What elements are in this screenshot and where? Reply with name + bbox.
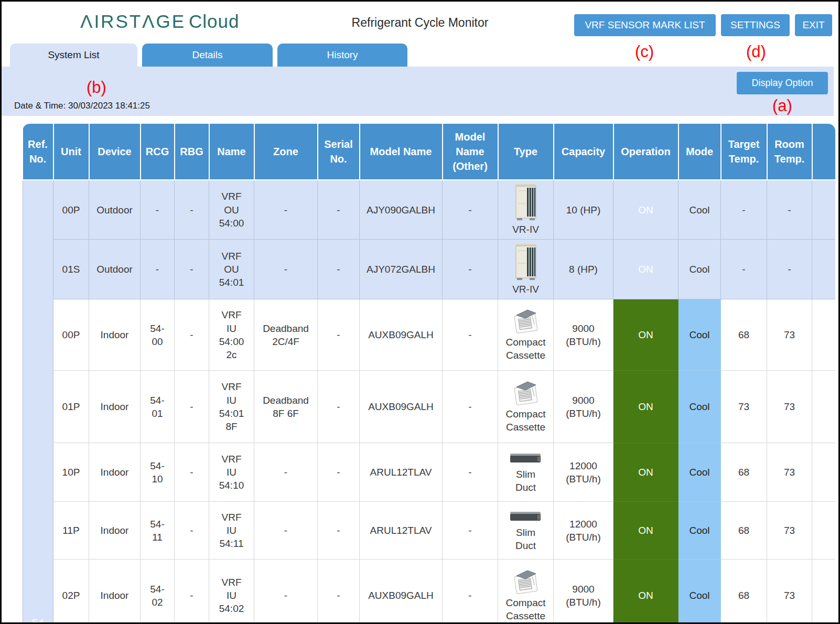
cell-type: VR-IV [498, 180, 554, 240]
cell-type: VR-IV [498, 240, 554, 299]
outdoor-vrf-icon [501, 243, 551, 281]
cell-device: Indoor [89, 560, 141, 624]
vrf-sensor-mark-list-button[interactable]: VRF SENSOR MARK LIST [574, 14, 716, 36]
cell-operation: ON [613, 502, 679, 560]
cell-rcg: 54-02 [141, 560, 175, 624]
cell-rcg: 54-10 [141, 443, 175, 502]
col-header-label: Unit [61, 146, 81, 157]
ref-no-group-cell: 54 [23, 180, 53, 624]
cell-serial: - [318, 299, 360, 371]
cell-device: Indoor [89, 299, 141, 371]
table-header-row: Ref. No.UnitDeviceRCGRBGNameZoneSerial N… [23, 124, 836, 180]
cell-operation: ON [613, 180, 679, 240]
col-header-rcg: RCG [141, 124, 175, 180]
cell-device: Indoor [89, 443, 141, 502]
cell-type: Compact Cassette [498, 299, 554, 371]
table-row-02P-indoor[interactable]: 02PIndoor54-02-VRF IU 54:02--AUXB09GALH-… [23, 560, 836, 624]
cell-device: Outdoor [89, 240, 141, 299]
cell-type: Slim Duct [498, 443, 554, 502]
col-header-label: Zone [273, 146, 298, 157]
col-header-label: Capacity [562, 146, 605, 157]
table-row-00P-indoor[interactable]: 00PIndoor54-00-VRF IU 54:00 2cDeadband 2… [23, 299, 836, 371]
col-header-label: Room Temp. [774, 138, 804, 165]
cell-zone: - [254, 443, 318, 502]
tab-history[interactable]: History [277, 44, 407, 67]
page-title: Refrigerant Cycle Monitor [352, 16, 489, 30]
annotation-a: (a) [772, 98, 792, 114]
cell-unit: 00P [53, 180, 89, 240]
compact-cassette-icon [501, 568, 551, 595]
cell-rcg: 54-00 [141, 299, 175, 371]
cell-operation: ON [613, 299, 679, 371]
cell-name: VRF IU 54:01 8F [209, 371, 254, 443]
datetime-label: Date & Time: 30/03/2023 18:41:25 [14, 101, 150, 111]
cell-target_temp: - [721, 180, 767, 240]
system-table-clip: Ref. No.UnitDeviceRCGRBGNameZoneSerial N… [23, 124, 835, 624]
cell-room_temp: - [767, 240, 812, 299]
display-option-button[interactable]: Display Option [737, 72, 828, 94]
slim-duct-icon [501, 450, 551, 466]
table-row-10P-indoor[interactable]: 10PIndoor54-10-VRF IU 54:10--ARUL12TLAV-… [23, 443, 836, 502]
cell-serial: - [318, 560, 360, 624]
exit-button[interactable]: EXIT [795, 14, 832, 36]
cell-rbg: - [175, 299, 209, 371]
cell-error: Normal [812, 443, 836, 502]
cell-mode: Cool [679, 560, 721, 624]
cell-model_other: - [443, 502, 498, 560]
cell-name: VRF OU 54:01 [209, 240, 254, 299]
col-header-rbg: RBG [175, 124, 209, 180]
outdoor-vrf-icon [501, 184, 551, 221]
cell-capacity: 8 (HP) [554, 240, 613, 299]
cell-zone: Deadband 8F 6F [254, 371, 318, 443]
cell-rbg: - [175, 240, 209, 299]
cell-device: Indoor [89, 502, 141, 560]
col-header-error: Error [812, 124, 836, 180]
cell-room_temp: 73 [767, 299, 812, 371]
logo-cloud-text: Cloud [189, 11, 239, 31]
cell-error: Normal [812, 180, 836, 240]
col-header-label: Device [98, 146, 132, 157]
cell-unit: 00P [53, 299, 89, 371]
cell-rbg: - [175, 502, 209, 560]
cell-rbg: - [175, 443, 209, 502]
cell-operation: ON [613, 240, 679, 299]
toolbar-band: Date & Time: 30/03/2023 18:41:25 Display… [2, 67, 834, 116]
cell-model: AUXB09GALH [360, 560, 443, 624]
cell-target_temp: 68 [721, 560, 767, 624]
cell-model_other: - [443, 180, 498, 240]
cell-name: VRF IU 54:10 [209, 443, 254, 502]
ref-no-label: 54 [26, 616, 50, 624]
cell-room_temp: 73 [767, 443, 812, 502]
table-row-01S-outdoor[interactable]: 01SOutdoor--VRF OU 54:01--AJY072GALBH-VR… [23, 240, 836, 299]
type-label: Compact Cassette [505, 336, 547, 362]
table-row-11P-indoor[interactable]: 11PIndoor54-11-VRF IU 54:11--ARUL12TLAV-… [23, 502, 836, 560]
col-header-name: Name [209, 124, 254, 180]
cell-operation: ON [613, 443, 679, 502]
logo-airstage-text: ΛIRSTΛGE [80, 11, 186, 31]
table-row-00P-outdoor[interactable]: 5400POutdoor--VRF OU 54:00--AJY090GALBH-… [23, 180, 836, 240]
cell-serial: - [318, 443, 360, 502]
annotation-c: (c) [635, 44, 654, 60]
settings-button[interactable]: SETTINGS [721, 14, 790, 36]
type-label: Slim Duct [505, 468, 547, 494]
tab-bar: System List Details History [10, 44, 407, 67]
cell-room_temp: 73 [767, 371, 812, 443]
cell-mode: Cool [679, 299, 721, 371]
cell-mode: Cool [679, 443, 721, 502]
col-header-unit: Unit [53, 124, 89, 180]
cell-zone: - [254, 180, 318, 240]
table-row-01P-indoor[interactable]: 01PIndoor54-01-VRF IU 54:01 8FDeadband 8… [23, 371, 836, 443]
tab-system-list[interactable]: System List [10, 44, 137, 67]
col-header-serial: Serial No. [318, 124, 360, 180]
slim-duct-icon [501, 509, 551, 524]
cell-serial: - [318, 180, 360, 240]
cell-rcg: - [141, 240, 175, 299]
annotation-b: (b) [87, 79, 106, 95]
cell-name: VRF IU 54:00 2c [209, 299, 254, 371]
type-label: VR-IV [505, 223, 547, 236]
tab-details[interactable]: Details [142, 44, 273, 67]
col-header-label: Model Name [370, 146, 432, 157]
cell-unit: 10P [53, 443, 89, 502]
cell-type: Compact Cassette [498, 560, 554, 624]
cell-error: Normal [812, 560, 836, 624]
